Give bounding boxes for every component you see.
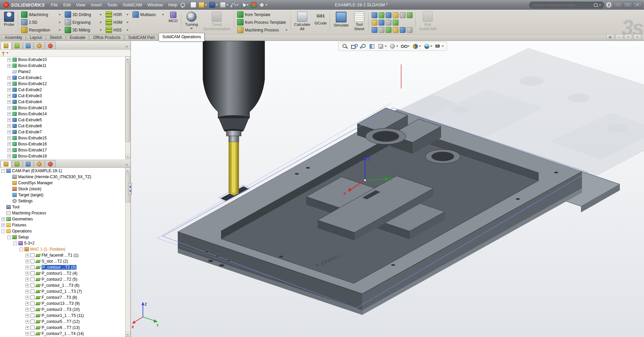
- feature-tree-item[interactable]: + Boss-Extrude16: [0, 141, 130, 147]
- expand-icon[interactable]: -: [19, 248, 23, 251]
- menu-item[interactable]: Help: [166, 0, 180, 10]
- grid-icon-button[interactable]: [399, 19, 406, 26]
- menu-item[interactable]: SolidCAM: [120, 0, 145, 10]
- open-icon[interactable]: [198, 1, 208, 8]
- multiaxis-button[interactable]: Multiaxis: [131, 11, 165, 18]
- help-icon[interactable]: ?: [606, 2, 611, 8]
- cam-tree-item[interactable]: + P_contour2_1 ...T3 (7): [0, 288, 130, 294]
- expand-icon[interactable]: +: [25, 320, 29, 324]
- cam-tree-item[interactable]: Settings: [0, 198, 130, 204]
- propertymanager-tab[interactable]: [12, 42, 22, 49]
- feature-tree-scrollbar[interactable]: ▲ ▼: [125, 57, 130, 159]
- hsm-button[interactable]: HSM: [104, 18, 130, 26]
- view-orientation-icon[interactable]: [377, 43, 387, 50]
- expand-icon[interactable]: +: [7, 88, 11, 92]
- sync-icon[interactable]: [399, 26, 406, 33]
- panel-collapse-handle[interactable]: [128, 183, 132, 195]
- cam-tree-item[interactable]: - CAM-Part (EXAMPLE-19-1): [0, 168, 130, 174]
- expand-icon[interactable]: +: [25, 254, 29, 257]
- milling-2-5d-button[interactable]: 2.5D: [20, 18, 62, 26]
- feature-tree-item[interactable]: Plane2: [0, 69, 130, 75]
- feature-tree-item[interactable]: + Boss-Extrude15: [0, 135, 130, 141]
- exit-solidcam-button[interactable]: Exit SolidCAM: [417, 10, 439, 34]
- feature-tree-item[interactable]: + Boss-Extrude11: [0, 63, 130, 69]
- engraving-button[interactable]: Engraving: [63, 18, 103, 26]
- commandmanager-tab[interactable]: Layout: [26, 35, 46, 41]
- tool-table-icon[interactable]: [392, 12, 399, 19]
- expand-icon[interactable]: +: [25, 308, 29, 312]
- operation-checkbox[interactable]: [31, 314, 35, 318]
- feature-tree-item[interactable]: + Boss-Extrude17: [0, 147, 130, 153]
- operation-checkbox[interactable]: [31, 289, 35, 293]
- mco-button[interactable]: MCO: [166, 10, 180, 34]
- expand-icon[interactable]: +: [25, 314, 29, 318]
- target-model-icon[interactable]: [385, 12, 392, 19]
- commandmanager-tab[interactable]: Assembly: [1, 35, 26, 41]
- cam-tree-item[interactable]: + P_contour6 ...T7 (13): [0, 325, 130, 331]
- cam-tree-item[interactable]: Tool: [0, 204, 130, 210]
- expand-icon[interactable]: +: [25, 272, 29, 275]
- menu-item[interactable]: File: [48, 0, 60, 10]
- cam-tree-item[interactable]: + P_contour5 ...T7 (12): [0, 319, 130, 325]
- configurationmanager-tab[interactable]: [23, 42, 34, 49]
- expand-icon[interactable]: -: [7, 235, 11, 239]
- cam-tree-item[interactable]: + Geometries: [0, 216, 130, 222]
- expand-icon[interactable]: +: [25, 260, 29, 263]
- cam-tree-item[interactable]: - Operations: [0, 228, 130, 234]
- expand-icon[interactable]: -: [13, 242, 17, 245]
- machining-process-table-icon[interactable]: [399, 12, 406, 19]
- cam-tree-item[interactable]: CoordSys Manager: [0, 180, 130, 186]
- displaymanager-tab[interactable]: [45, 160, 56, 167]
- cam-tree-item[interactable]: - 5-3+2: [0, 240, 130, 246]
- scroll-up-icon[interactable]: ▲: [125, 168, 130, 173]
- expand-icon[interactable]: +: [7, 148, 11, 152]
- dimxpertmanager-tab[interactable]: [34, 160, 45, 167]
- expand-icon[interactable]: +: [25, 332, 29, 336]
- probe-button[interactable]: Probe: [1, 10, 17, 34]
- report-icon[interactable]: [392, 26, 399, 33]
- cam-tree-item[interactable]: + P_contour1_1 ...T5 (11): [0, 313, 130, 319]
- operation-checkbox[interactable]: [31, 253, 35, 257]
- calculate-all-button[interactable]: Calculate All: [292, 10, 313, 34]
- expand-icon[interactable]: +: [25, 266, 29, 269]
- expand-icon[interactable]: +: [7, 58, 11, 62]
- cam-tree-item[interactable]: + FM_facemill ...T1 (1): [0, 252, 130, 258]
- define-coordsys-icon[interactable]: [371, 12, 378, 19]
- cam-tree-item[interactable]: + F_contour7 ...T3 (8): [0, 294, 130, 300]
- expand-icon[interactable]: +: [25, 302, 29, 306]
- dimxpertmanager-tab[interactable]: [34, 42, 45, 49]
- expand-icon[interactable]: +: [1, 217, 5, 221]
- expand-icon[interactable]: +: [7, 106, 11, 110]
- expand-icon[interactable]: +: [25, 326, 29, 330]
- operation-transform-icon[interactable]: [378, 19, 385, 26]
- expand-icon[interactable]: +: [7, 142, 11, 146]
- cam-help-icon[interactable]: [406, 26, 413, 33]
- operation-checkbox[interactable]: [31, 265, 35, 269]
- panel-tabs-overflow[interactable]: »: [126, 44, 130, 49]
- cam-tree-item[interactable]: - Setup: [0, 234, 130, 240]
- operation-new-icon[interactable]: [371, 19, 378, 26]
- search-input[interactable]: [532, 3, 592, 7]
- cam-tree-item[interactable]: Target (target): [0, 192, 130, 198]
- operation-checkbox[interactable]: [31, 326, 35, 330]
- featuremanager-tab[interactable]: [1, 160, 11, 167]
- search-dropdown-icon[interactable]: [599, 4, 601, 6]
- feature-tree-item[interactable]: + Boss-Extrude10: [0, 57, 130, 63]
- rebuild-icon[interactable]: [250, 1, 257, 8]
- expand-icon[interactable]: -: [1, 169, 5, 173]
- operation-delete-icon[interactable]: [392, 19, 399, 26]
- commandmanager-tab[interactable]: Sketch: [46, 35, 66, 41]
- cam-tree-item[interactable]: Stock (stock): [0, 186, 130, 192]
- cam-tree-item[interactable]: + P_contour13 ...T3 (9): [0, 300, 130, 307]
- scroll-thumb[interactable]: [125, 62, 130, 142]
- search-icon[interactable]: [594, 3, 598, 7]
- expand-icon[interactable]: +: [7, 124, 11, 128]
- feature-tree-item[interactable]: + Cut-Extrude6: [0, 123, 130, 129]
- feature-tree-item[interactable]: + Boss-Extrude14: [0, 111, 130, 117]
- menu-item[interactable]: Tools: [104, 0, 120, 10]
- machining-process-button[interactable]: Machining Process: [236, 26, 289, 34]
- expand-icon[interactable]: +: [7, 154, 11, 158]
- expand-icon[interactable]: +: [25, 290, 29, 293]
- graphics-area[interactable]: 799968 a Z Y X: [131, 41, 644, 337]
- panel-tabs-overflow[interactable]: »: [126, 162, 130, 167]
